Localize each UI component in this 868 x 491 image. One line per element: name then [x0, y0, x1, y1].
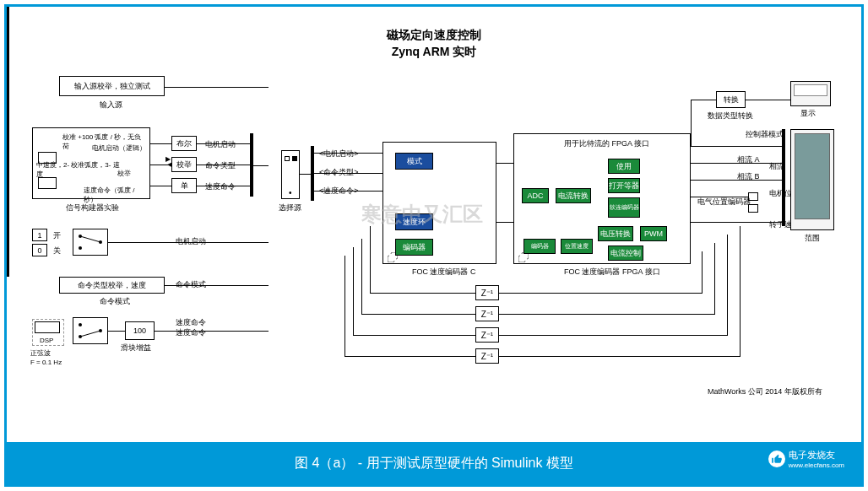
watermark: 寒意中又汇区: [361, 201, 483, 228]
svg-point-4: [79, 323, 82, 326]
const-0: 0: [32, 244, 47, 256]
fpga-title: 用于比特流的 FPGA 接口: [564, 138, 649, 149]
cmd-type-label: 命令类型: [205, 160, 236, 171]
foc-c-label: FOC 速度编码器 C: [412, 267, 476, 278]
thumbs-icon: [768, 451, 785, 467]
enc-icon-2: [748, 204, 758, 213]
title-line1: 磁场定向速度控制: [7, 28, 861, 43]
display-block: [790, 81, 831, 106]
volt-trans-block: 电压转换: [598, 226, 633, 241]
convert-label: 数据类型转换: [708, 111, 753, 121]
cmd-mode-label: 命令模式: [100, 296, 130, 307]
signal-icon-2: [38, 177, 57, 189]
demux-motor-start: <电机启动>: [319, 148, 359, 159]
delay-4: Z⁻¹: [475, 348, 499, 364]
phase-a-label: 相流 A: [737, 154, 760, 165]
pos-speed-block: 位置速度: [561, 239, 593, 254]
svg-point-1: [79, 246, 82, 250]
selection-label: 选择源: [279, 202, 301, 213]
footer-caption: 图 4（a） - 用于测试原型硬件的 Simulink 模型: [295, 455, 573, 472]
pos-speed-block-1: 编码器: [524, 239, 556, 254]
freq-label: F = 0.1 Hz: [30, 359, 62, 366]
bool-block: 布尔: [171, 136, 197, 151]
line-1: [165, 87, 269, 88]
title-area: 磁场定向速度控制 Zynq ARM 实时: [7, 28, 861, 60]
encoder-block: 编码器: [395, 239, 433, 256]
mode-block: 模式: [395, 153, 433, 170]
main-frame: 磁场定向速度控制 Zynq ARM 实时 输入源校举，独立测试 输入源 校准 +…: [4, 4, 864, 487]
enum-block: ◄ ▶ 校举: [171, 157, 197, 172]
delay-3: Z⁻¹: [475, 327, 499, 343]
open-close-block: 打开等器: [608, 178, 640, 193]
gain-block: 100: [125, 321, 155, 340]
input-source-header: 输入源校举，独立测试: [59, 76, 165, 96]
svg-line-3: [80, 236, 100, 242]
sine-label: 正弦波: [30, 348, 51, 358]
delay-2: Z⁻¹: [475, 306, 499, 321]
speed-cmd-out2: 速度命令: [176, 327, 206, 338]
enable-block: 使用: [608, 159, 640, 174]
adc-block: ADC: [522, 188, 549, 203]
input-source-label: 输入源: [100, 100, 122, 111]
phase-b-label: 相流 B: [737, 171, 760, 182]
off-label: 关: [53, 246, 61, 256]
signal-builder: 校准 +100 弧度 / 秒，无负荷 电机启动（逻辑） 中速度，2- 校准弧度，…: [32, 127, 150, 199]
cmd-mode-header: 命令类型校举，速度: [59, 277, 165, 294]
title-line2: Zynq ARM 实时: [7, 45, 861, 60]
sine-source: DSP: [32, 319, 64, 346]
scope-mux: [782, 129, 785, 226]
gain-label: 滑块增益: [121, 343, 151, 353]
on-label: 开: [53, 230, 61, 241]
footer-bar: 图 4（a） - 用于测试原型硬件的 Simulink 模型 电子发烧友 www…: [7, 442, 861, 484]
elecfans-logo: 电子发烧友 www.elecfans.com: [768, 449, 844, 469]
svg-line-7: [80, 331, 100, 337]
speed-cmd-label: 速度命令: [205, 181, 236, 192]
manual-switch-1: [73, 229, 108, 256]
single-block: 单: [171, 178, 197, 193]
convert-block: 转换: [716, 91, 746, 108]
scope-label: 范围: [805, 233, 820, 244]
soft-encoder-block: 软连编码器: [608, 197, 640, 218]
motor-start-label: 电机启动: [205, 139, 236, 150]
current-trans-block: 电流转换: [556, 188, 591, 203]
current-ctrl-block: 电流控制: [608, 246, 643, 261]
scope-block: [790, 129, 834, 230]
manual-switch-2: [73, 317, 108, 344]
pwm-block: PWM: [640, 226, 667, 241]
delay-1: Z⁻¹: [475, 285, 499, 300]
copyright: MathWorks 公司 2014 年版权所有: [708, 386, 822, 397]
signal-builder-label: 信号构建器实验: [66, 202, 119, 213]
const-1: 1: [32, 229, 47, 241]
enc-icon-1: [748, 192, 758, 201]
ctrl-mode-label: 控制器模式: [746, 129, 784, 140]
signal-icon-1: [38, 152, 57, 164]
elec-pos-label: 电气位置编码器: [697, 197, 751, 208]
selector-block: •: [281, 150, 300, 199]
fpga-label: FOC 速度编码器 FPGA 接口: [564, 267, 660, 278]
display-label: 显示: [800, 108, 816, 119]
